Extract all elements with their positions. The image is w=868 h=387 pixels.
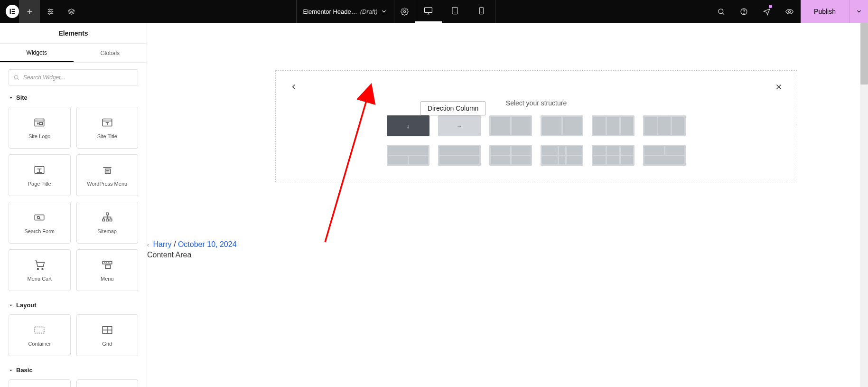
widget-label: Search Form bbox=[24, 228, 55, 234]
svg-point-24 bbox=[788, 10, 790, 12]
svg-rect-46 bbox=[110, 219, 112, 221]
preset-grid bbox=[288, 115, 784, 166]
preset-title: Select your structure bbox=[288, 99, 784, 107]
svg-point-9 bbox=[48, 9, 50, 10]
svg-marker-27 bbox=[10, 97, 12, 98]
settings-icon[interactable] bbox=[40, 0, 61, 23]
document-title[interactable]: Elementor Heade… (Draft) bbox=[296, 0, 394, 23]
structure-icon[interactable] bbox=[61, 0, 82, 23]
svg-point-20 bbox=[718, 9, 723, 13]
date-link[interactable]: October 10, 2024 bbox=[178, 240, 237, 248]
tab-widgets[interactable]: Widgets bbox=[0, 44, 74, 62]
widget-menu-cart[interactable]: Menu Cart bbox=[9, 249, 71, 291]
document-name: Elementor Heade… bbox=[303, 8, 357, 15]
top-bar-left bbox=[0, 0, 82, 23]
svg-rect-1 bbox=[12, 9, 15, 10]
search-icon bbox=[13, 75, 19, 81]
publish-button[interactable]: Publish bbox=[801, 0, 849, 23]
preview-icon[interactable] bbox=[778, 0, 801, 23]
svg-point-11 bbox=[48, 13, 50, 14]
vertical-scrollbar[interactable] bbox=[860, 23, 868, 387]
preset-1-2-1[interactable] bbox=[541, 145, 583, 166]
elementor-logo[interactable] bbox=[6, 5, 19, 18]
widget-label: Container bbox=[28, 341, 51, 347]
svg-line-42 bbox=[39, 218, 40, 219]
widget-page-title[interactable]: Page Title bbox=[9, 154, 71, 196]
widget-search-form[interactable]: Search Form bbox=[9, 202, 71, 244]
preset-2x3[interactable] bbox=[592, 145, 635, 166]
svg-point-25 bbox=[14, 76, 18, 79]
widget-grid[interactable]: Grid bbox=[76, 314, 139, 356]
content-area-label: Content Area bbox=[147, 251, 237, 259]
widget-site-title[interactable]: Site Title bbox=[76, 107, 139, 149]
elements-panel: Elements Widgets Globals Site Site Logo … bbox=[0, 23, 147, 387]
caret-down-icon bbox=[9, 368, 13, 373]
widget-heading[interactable] bbox=[9, 379, 71, 387]
panel-scroll[interactable]: Site Site Logo Site Title Page Title Wor… bbox=[0, 63, 147, 387]
svg-marker-54 bbox=[10, 304, 12, 306]
top-bar-right: Publish bbox=[709, 0, 868, 23]
svg-rect-43 bbox=[106, 213, 108, 215]
desktop-device-button[interactable] bbox=[415, 0, 442, 23]
editor-canvas[interactable]: ‹ Harry / October 10, 2024 Content Area … bbox=[147, 23, 868, 387]
preset-back-button[interactable] bbox=[288, 81, 299, 93]
svg-point-23 bbox=[744, 13, 744, 13]
category-basic[interactable]: Basic bbox=[9, 367, 138, 374]
preset-close-button[interactable] bbox=[773, 81, 784, 93]
widget-container[interactable]: Container bbox=[9, 314, 71, 356]
svg-rect-53 bbox=[106, 265, 111, 269]
svg-rect-44 bbox=[103, 219, 104, 221]
widget-label: Menu Cart bbox=[28, 276, 52, 282]
svg-rect-31 bbox=[39, 123, 43, 124]
category-site[interactable]: Site bbox=[9, 94, 138, 101]
chevron-down-icon bbox=[381, 8, 387, 15]
caret-down-icon bbox=[9, 303, 13, 308]
preset-2-over-1[interactable] bbox=[643, 145, 686, 166]
preset-2col[interactable] bbox=[489, 115, 532, 136]
widget-label: Page Title bbox=[28, 181, 51, 187]
category-basic-label: Basic bbox=[16, 367, 33, 374]
preset-2-stack[interactable] bbox=[438, 145, 481, 166]
preset-2x2[interactable] bbox=[489, 145, 532, 166]
category-layout-label: Layout bbox=[16, 302, 37, 309]
widget-wordpress-menu[interactable]: WordPress Menu bbox=[76, 154, 139, 196]
svg-point-10 bbox=[51, 11, 52, 12]
svg-line-26 bbox=[18, 78, 19, 79]
tablet-device-button[interactable] bbox=[442, 0, 468, 23]
widget-sitemap[interactable]: Sitemap bbox=[76, 202, 139, 244]
help-icon[interactable] bbox=[732, 0, 755, 23]
mobile-device-button[interactable] bbox=[468, 0, 495, 23]
category-site-label: Site bbox=[16, 94, 28, 101]
search-widget-input[interactable] bbox=[9, 69, 138, 85]
widget-menu[interactable]: Menu bbox=[76, 249, 139, 291]
svg-rect-0 bbox=[10, 9, 11, 14]
svg-line-21 bbox=[722, 13, 724, 14]
svg-rect-45 bbox=[106, 219, 108, 221]
preset-direction-row[interactable] bbox=[438, 115, 481, 136]
svg-rect-55 bbox=[35, 327, 45, 333]
svg-point-41 bbox=[37, 217, 40, 219]
preset-3col-alt[interactable] bbox=[643, 115, 686, 136]
preset-tooltip: Direction Column bbox=[420, 101, 485, 115]
svg-rect-13 bbox=[425, 8, 432, 12]
svg-point-48 bbox=[42, 268, 43, 270]
preset-2col-alt[interactable] bbox=[541, 115, 583, 136]
publish-options-button[interactable] bbox=[849, 0, 868, 23]
chevron-left-icon: ‹ bbox=[147, 242, 149, 248]
page-settings-icon[interactable] bbox=[394, 0, 415, 23]
widget-label: Sitemap bbox=[98, 228, 117, 234]
top-bar: Elementor Heade… (Draft) bbox=[0, 0, 868, 23]
category-layout[interactable]: Layout bbox=[9, 302, 138, 309]
preset-3col[interactable] bbox=[592, 115, 635, 136]
top-bar-center: Elementor Heade… (Draft) bbox=[82, 0, 709, 23]
svg-rect-2 bbox=[12, 11, 15, 12]
author-link[interactable]: Harry bbox=[153, 240, 171, 248]
finder-icon[interactable] bbox=[709, 0, 732, 23]
widget-image[interactable] bbox=[76, 379, 139, 387]
tab-globals[interactable]: Globals bbox=[74, 44, 147, 62]
preset-1-over-2[interactable] bbox=[387, 145, 429, 166]
notifications-icon[interactable] bbox=[755, 0, 778, 23]
widget-site-logo[interactable]: Site Logo bbox=[9, 107, 71, 149]
preset-direction-column[interactable] bbox=[387, 115, 429, 136]
add-element-button[interactable] bbox=[19, 0, 40, 23]
